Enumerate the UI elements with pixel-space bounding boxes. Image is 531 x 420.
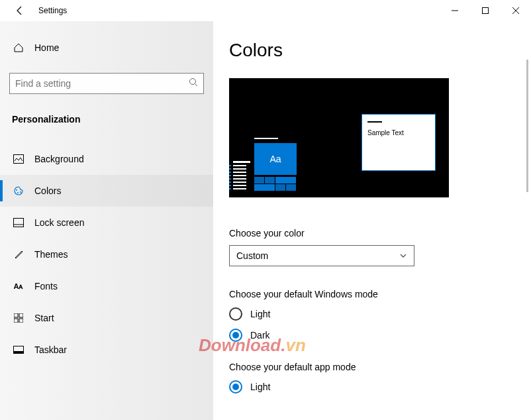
minimize-icon	[452, 7, 458, 14]
app-mode-light[interactable]: Light	[229, 380, 531, 394]
svg-rect-4	[14, 155, 24, 164]
home-label: Home	[34, 42, 59, 53]
fonts-icon: Aᴀ	[12, 282, 25, 291]
search-icon	[189, 78, 198, 89]
sidebar-item-label: Start	[34, 313, 54, 323]
sidebar-item-background[interactable]: Background	[0, 143, 213, 175]
arrow-left-icon	[15, 5, 25, 16]
app-mode-label: Choose your default app mode	[229, 362, 531, 372]
svg-point-7	[20, 191, 21, 193]
radio-icon	[229, 329, 242, 342]
chevron-down-icon	[399, 252, 407, 260]
svg-rect-10	[14, 313, 18, 317]
svg-point-6	[17, 192, 19, 193]
maximize-icon	[482, 7, 489, 14]
start-icon	[12, 313, 25, 323]
back-button[interactable]	[7, 0, 33, 21]
radio-label: Dark	[250, 330, 270, 341]
svg-point-5	[16, 189, 17, 191]
svg-rect-8	[14, 219, 24, 227]
svg-point-2	[190, 79, 196, 85]
palette-icon	[12, 185, 25, 196]
sidebar-item-themes[interactable]: Themes	[0, 238, 213, 270]
choose-color-label: Choose your color	[229, 228, 531, 238]
radio-icon	[229, 380, 242, 394]
radio-label: Light	[250, 382, 270, 392]
close-icon	[512, 7, 519, 14]
svg-rect-11	[19, 313, 23, 317]
picture-icon	[12, 154, 25, 164]
sidebar-item-fonts[interactable]: Aᴀ Fonts	[0, 270, 213, 302]
svg-line-3	[195, 84, 198, 87]
preview-tile-text: Aa	[254, 143, 297, 175]
sidebar-item-start[interactable]: Start	[0, 302, 213, 334]
minimize-button[interactable]	[440, 0, 470, 21]
scrollbar[interactable]	[526, 60, 528, 192]
windows-mode-light[interactable]: Light	[229, 307, 531, 321]
main-content: Colors Aa	[213, 21, 531, 420]
maximize-button[interactable]	[470, 0, 501, 21]
home-nav[interactable]: Home	[0, 34, 213, 61]
windows-mode-label: Choose your default Windows mode	[229, 289, 531, 299]
sidebar-item-label: Lock screen	[34, 217, 84, 228]
dropdown-value: Custom	[236, 250, 268, 261]
preview-sample-text: Sample Text	[367, 129, 430, 136]
svg-rect-12	[14, 319, 18, 323]
sidebar: Home Personalization Background Colors L…	[0, 21, 213, 420]
search-box[interactable]	[9, 73, 204, 94]
page-title: Colors	[229, 40, 531, 61]
windows-mode-dark[interactable]: Dark	[229, 329, 531, 342]
svg-rect-13	[19, 319, 23, 323]
sidebar-item-label: Taskbar	[34, 344, 67, 355]
svg-rect-15	[14, 351, 24, 354]
sidebar-item-label: Themes	[34, 249, 68, 260]
sidebar-item-label: Fonts	[34, 281, 58, 291]
svg-rect-1	[483, 8, 489, 14]
window-title: Settings	[38, 6, 67, 15]
sidebar-item-label: Background	[34, 154, 84, 164]
home-icon	[12, 42, 25, 53]
choose-color-dropdown[interactable]: Custom	[229, 245, 414, 266]
radio-label: Light	[250, 309, 270, 319]
search-input[interactable]	[15, 78, 189, 89]
sidebar-item-label: Colors	[34, 185, 61, 196]
lockscreen-icon	[12, 218, 25, 227]
sidebar-item-taskbar[interactable]: Taskbar	[0, 334, 213, 366]
color-preview: Aa Sample Text	[229, 78, 449, 197]
sidebar-item-lockscreen[interactable]: Lock screen	[0, 207, 213, 238]
sidebar-item-colors[interactable]: Colors	[0, 175, 213, 207]
close-button[interactable]	[501, 0, 531, 21]
radio-icon	[229, 307, 242, 321]
brush-icon	[12, 249, 25, 260]
taskbar-icon	[12, 346, 25, 354]
category-title: Personalization	[12, 114, 213, 125]
